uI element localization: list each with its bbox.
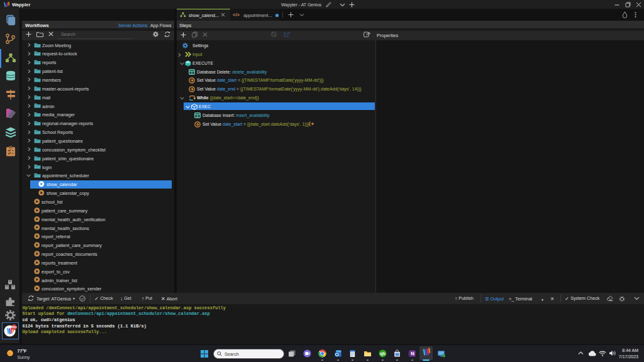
svg-text:N: N: [411, 351, 414, 356]
svg-text:qb: qb: [380, 351, 386, 356]
svg-text:PRO: PRO: [11, 326, 17, 329]
